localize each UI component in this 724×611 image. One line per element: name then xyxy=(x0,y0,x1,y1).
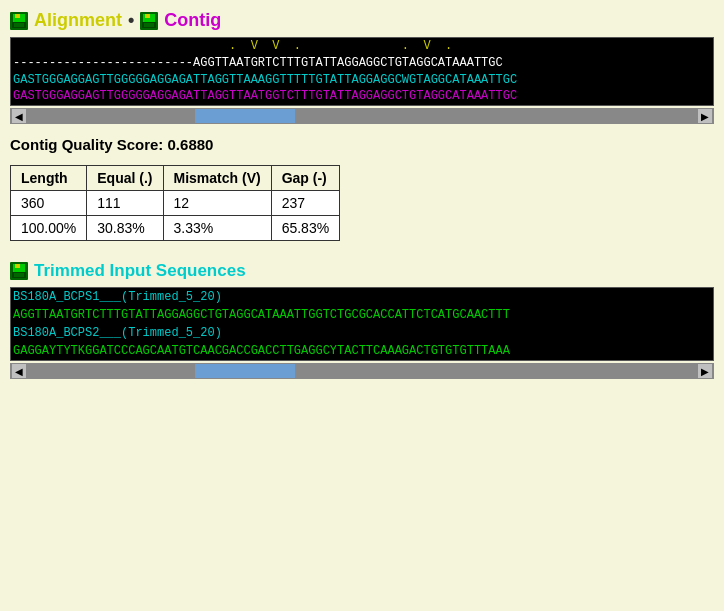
alignment-label: Alignment xyxy=(34,10,122,31)
cell-length-pct: 100.00% xyxy=(11,216,87,241)
save-alignment-icon[interactable] xyxy=(10,12,28,30)
cell-gap-pct: 65.83% xyxy=(271,216,339,241)
col-header-length: Length xyxy=(11,166,87,191)
stats-table: Length Equal (.) Mismatch (V) Gap (-) 36… xyxy=(10,165,340,241)
seq-line-seq1: GASTGGGAGGAGTTGGGGGAGGAGATTAGGTTAAAGGTTT… xyxy=(11,72,713,89)
quality-score-row: Contig Quality Score: 0.6880 xyxy=(10,136,714,153)
cell-gap-count: 237 xyxy=(271,191,339,216)
trimmed-scroll-left[interactable]: ◀ xyxy=(11,363,27,379)
seq-line-dots: . V V . . V . xyxy=(11,38,713,55)
cell-equal-pct: 30.83% xyxy=(87,216,163,241)
svg-rect-9 xyxy=(144,23,154,27)
trimmed-scroll-right[interactable]: ▶ xyxy=(697,363,713,379)
trimmed-seq1-label: BS180A_BCPS1___(Trimmed_5_20) xyxy=(11,288,713,306)
scroll-left-button[interactable]: ◀ xyxy=(11,108,27,124)
trimmed-scrollbar-thumb[interactable] xyxy=(195,364,296,378)
save-contig-icon[interactable] xyxy=(140,12,158,30)
cell-equal-count: 111 xyxy=(87,191,163,216)
save-trimmed-icon[interactable] xyxy=(10,262,28,280)
cell-mismatch-count: 12 xyxy=(163,191,271,216)
scrollbar-track[interactable] xyxy=(27,109,697,123)
header-row: Alignment • Contig xyxy=(10,10,714,31)
svg-rect-7 xyxy=(145,14,150,18)
seq-line-reference: -------------------------AGGTTAATGRTCTTT… xyxy=(11,55,713,72)
separator-dot: • xyxy=(128,10,134,31)
trimmed-header-row: Trimmed Input Sequences xyxy=(10,261,714,281)
col-header-gap: Gap (-) xyxy=(271,166,339,191)
trimmed-scrollbar-track[interactable] xyxy=(27,364,697,378)
trimmed-scrollbar[interactable]: ◀ ▶ xyxy=(10,363,714,379)
trimmed-seq2-label: BS180A_BCPS2___(Trimmed_5_20) xyxy=(11,324,713,342)
svg-rect-12 xyxy=(15,264,20,268)
col-header-equal: Equal (.) xyxy=(87,166,163,191)
svg-rect-2 xyxy=(15,14,20,18)
scroll-right-button[interactable]: ▶ xyxy=(697,108,713,124)
scrollbar-thumb[interactable] xyxy=(195,109,296,123)
seq-line-seq2: GASTGGGAGGAGTTGGGGGAGGAGATTAGGTTAATGGTCT… xyxy=(11,88,713,105)
svg-rect-14 xyxy=(14,273,24,277)
alignment-viewer[interactable]: . V V . . V . -------------------------A… xyxy=(10,37,714,106)
contig-label: Contig xyxy=(164,10,221,31)
table-row-percents: 100.00% 30.83% 3.33% 65.83% xyxy=(11,216,340,241)
cell-length-count: 360 xyxy=(11,191,87,216)
trimmed-seq1-data: AGGTTAATGRTCTTTGTATTAGGAGGCTGTAGGCATAAAT… xyxy=(11,306,713,324)
trimmed-title: Trimmed Input Sequences xyxy=(34,261,246,281)
cell-mismatch-pct: 3.33% xyxy=(163,216,271,241)
quality-score-label: Contig Quality Score: xyxy=(10,136,163,153)
col-header-mismatch: Mismatch (V) xyxy=(163,166,271,191)
alignment-scrollbar[interactable]: ◀ ▶ xyxy=(10,108,714,124)
trimmed-viewer[interactable]: BS180A_BCPS1___(Trimmed_5_20) AGGTTAATGR… xyxy=(10,287,714,361)
svg-rect-4 xyxy=(14,23,24,27)
trimmed-seq2-data: GAGGAYTYTKGGATCCCAGCAATGTCAACGACCGACCTTG… xyxy=(11,342,713,360)
quality-score-value: 0.6880 xyxy=(168,136,214,153)
table-row-counts: 360 111 12 237 xyxy=(11,191,340,216)
